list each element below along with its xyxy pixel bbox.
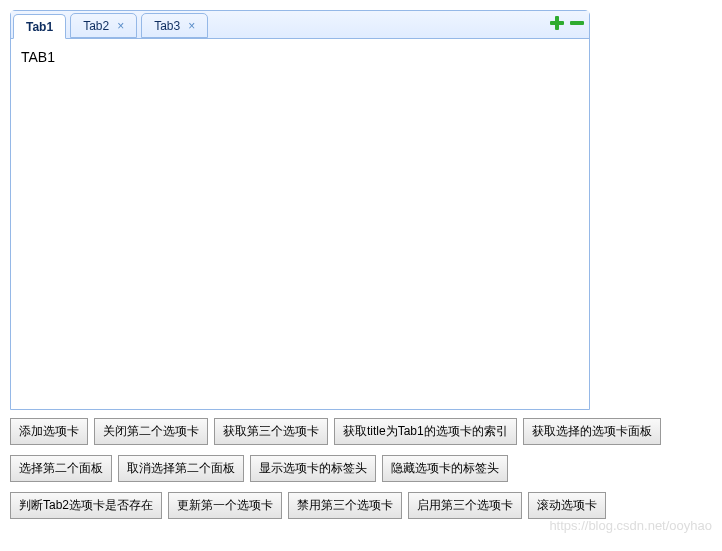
select-second-panel-button[interactable]: 选择第二个面板 <box>10 455 112 482</box>
tab-label: Tab2 <box>83 19 109 33</box>
button-area: 添加选项卡 关闭第二个选项卡 获取第三个选项卡 获取title为Tab1的选项卡… <box>10 418 712 519</box>
button-row-1: 添加选项卡 关闭第二个选项卡 获取第三个选项卡 获取title为Tab1的选项卡… <box>10 418 712 445</box>
tabs-body: TAB1 <box>11 39 589 409</box>
svg-rect-2 <box>570 21 584 25</box>
get-third-tab-button[interactable]: 获取第三个选项卡 <box>214 418 328 445</box>
tab-2[interactable]: Tab2 × <box>70 13 137 38</box>
scroll-tab-button[interactable]: 滚动选项卡 <box>528 492 606 519</box>
tabs-tools <box>549 15 585 31</box>
unselect-second-panel-button[interactable]: 取消选择第二个面板 <box>118 455 244 482</box>
tabs-header: Tab1 Tab2 × Tab3 × <box>11 11 589 39</box>
add-tab-button[interactable]: 添加选项卡 <box>10 418 88 445</box>
close-icon[interactable]: × <box>188 19 195 33</box>
minus-icon[interactable] <box>569 15 585 31</box>
svg-rect-1 <box>550 21 564 25</box>
tab-1[interactable]: Tab1 <box>13 14 66 39</box>
close-second-tab-button[interactable]: 关闭第二个选项卡 <box>94 418 208 445</box>
tab-content: TAB1 <box>21 49 55 65</box>
button-row-3: 判断Tab2选项卡是否存在 更新第一个选项卡 禁用第三个选项卡 启用第三个选项卡… <box>10 492 712 519</box>
update-first-tab-button[interactable]: 更新第一个选项卡 <box>168 492 282 519</box>
tabs-panel: Tab1 Tab2 × Tab3 × TAB1 <box>10 10 590 410</box>
get-selected-tab-button[interactable]: 获取选择的选项卡面板 <box>523 418 661 445</box>
tab-3[interactable]: Tab3 × <box>141 13 208 38</box>
tab-label: Tab3 <box>154 19 180 33</box>
watermark: https://blog.csdn.net/ooyhao <box>549 518 712 533</box>
enable-third-tab-button[interactable]: 启用第三个选项卡 <box>408 492 522 519</box>
button-row-2: 选择第二个面板 取消选择第二个面板 显示选项卡的标签头 隐藏选项卡的标签头 <box>10 455 712 482</box>
plus-icon[interactable] <box>549 15 565 31</box>
tab-label: Tab1 <box>26 20 53 34</box>
exists-tab2-button[interactable]: 判断Tab2选项卡是否存在 <box>10 492 162 519</box>
close-icon[interactable]: × <box>117 19 124 33</box>
hide-tab-header-button[interactable]: 隐藏选项卡的标签头 <box>382 455 508 482</box>
disable-third-tab-button[interactable]: 禁用第三个选项卡 <box>288 492 402 519</box>
get-tab1-index-button[interactable]: 获取title为Tab1的选项卡的索引 <box>334 418 517 445</box>
show-tab-header-button[interactable]: 显示选项卡的标签头 <box>250 455 376 482</box>
